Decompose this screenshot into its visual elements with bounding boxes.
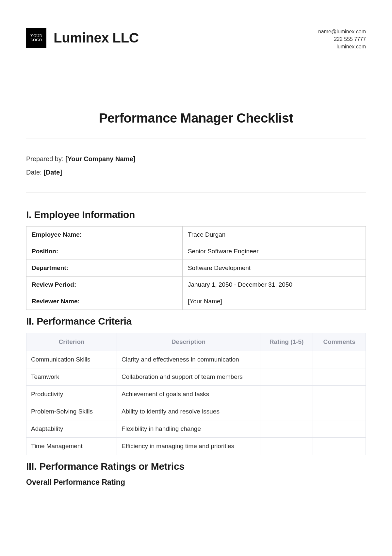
info-value: [Your Name] <box>182 293 366 310</box>
document-page: YOUR LOGO Luminex LLC name@luminex.com 2… <box>0 0 392 487</box>
table-row: Adaptability Flexibility in handling cha… <box>26 420 366 437</box>
criterion-cell: Teamwork <box>26 368 117 385</box>
table-row: Review Period: January 1, 2050 - Decembe… <box>26 276 366 293</box>
rating-cell[interactable] <box>260 385 313 403</box>
company-name: Luminex LLC <box>54 30 139 46</box>
info-label: Employee Name: <box>26 226 183 243</box>
table-row: Department: Software Development <box>26 260 366 276</box>
section-2-heading: II. Performance Criteria <box>26 316 366 327</box>
description-cell: Achievement of goals and tasks <box>117 385 260 403</box>
employee-info-table: Employee Name: Trace Durgan Position: Se… <box>26 226 366 310</box>
section-1-heading: I. Employee Information <box>26 209 366 220</box>
comments-cell[interactable] <box>313 403 366 420</box>
table-row: Teamwork Collaboration and support of te… <box>26 368 366 385</box>
table-row: Reviewer Name: [Your Name] <box>26 293 366 310</box>
comments-cell[interactable] <box>313 351 366 368</box>
description-cell: Flexibility in handling change <box>117 420 260 437</box>
info-label: Reviewer Name: <box>26 293 183 310</box>
logo-text-line2: LOGO <box>30 38 42 42</box>
comments-cell[interactable] <box>313 437 366 455</box>
performance-criteria-table: Criterion Description Rating (1-5) Comme… <box>26 333 366 455</box>
date-value: [Date] <box>43 169 62 176</box>
rating-cell[interactable] <box>260 368 313 385</box>
info-label: Position: <box>26 243 183 260</box>
table-row: Productivity Achievement of goals and ta… <box>26 385 366 403</box>
info-label: Review Period: <box>26 276 183 293</box>
contact-phone: 222 555 7777 <box>318 35 366 43</box>
divider <box>26 139 366 139</box>
meta-block: Prepared by: [Your Company Name] Date: [… <box>26 155 366 176</box>
description-cell: Ability to identify and resolve issues <box>117 403 260 420</box>
date-line: Date: [Date] <box>26 169 366 176</box>
info-value: Senior Software Engineer <box>182 243 366 260</box>
contact-website: luminex.com <box>318 43 366 50</box>
info-value: January 1, 2050 - December 31, 2050 <box>182 276 366 293</box>
col-header-description: Description <box>117 333 260 351</box>
table-row: Communication Skills Clarity and effecti… <box>26 351 366 368</box>
info-value: Trace Durgan <box>182 226 366 243</box>
table-row: Problem-Solving Skills Ability to identi… <box>26 403 366 420</box>
contact-email: name@luminex.com <box>318 28 366 35</box>
logo-placeholder: YOUR LOGO <box>26 28 46 48</box>
table-row: Position: Senior Software Engineer <box>26 243 366 260</box>
col-header-rating: Rating (1-5) <box>260 333 313 351</box>
info-label: Department: <box>26 260 183 276</box>
table-header-row: Criterion Description Rating (1-5) Comme… <box>26 333 366 351</box>
table-row: Time Management Efficiency in managing t… <box>26 437 366 455</box>
table-row: Employee Name: Trace Durgan <box>26 226 366 243</box>
criterion-cell: Communication Skills <box>26 351 117 368</box>
comments-cell[interactable] <box>313 385 366 403</box>
section-3-heading: III. Performance Ratings or Metrics <box>26 461 366 472</box>
document-title: Performance Manager Checklist <box>26 111 366 126</box>
criterion-cell: Time Management <box>26 437 117 455</box>
rating-cell[interactable] <box>260 420 313 437</box>
divider <box>26 193 366 193</box>
criterion-cell: Productivity <box>26 385 117 403</box>
prepared-by-value: [Your Company Name] <box>65 155 135 162</box>
section-3-subheading: Overall Performance Rating <box>26 478 366 487</box>
header-left: YOUR LOGO Luminex LLC <box>26 28 139 48</box>
info-value: Software Development <box>182 260 366 276</box>
header: YOUR LOGO Luminex LLC name@luminex.com 2… <box>26 28 366 65</box>
comments-cell[interactable] <box>313 368 366 385</box>
prepared-by-line: Prepared by: [Your Company Name] <box>26 155 366 163</box>
col-header-criterion: Criterion <box>26 333 117 351</box>
rating-cell[interactable] <box>260 351 313 368</box>
description-cell: Clarity and effectiveness in communicati… <box>117 351 260 368</box>
date-label: Date: <box>26 169 43 176</box>
description-cell: Efficiency in managing time and prioriti… <box>117 437 260 455</box>
prepared-by-label: Prepared by: <box>26 155 65 162</box>
comments-cell[interactable] <box>313 420 366 437</box>
header-contact: name@luminex.com 222 555 7777 luminex.co… <box>318 28 366 51</box>
description-cell: Collaboration and support of team member… <box>117 368 260 385</box>
rating-cell[interactable] <box>260 403 313 420</box>
col-header-comments: Comments <box>313 333 366 351</box>
criterion-cell: Adaptability <box>26 420 117 437</box>
rating-cell[interactable] <box>260 437 313 455</box>
criterion-cell: Problem-Solving Skills <box>26 403 117 420</box>
